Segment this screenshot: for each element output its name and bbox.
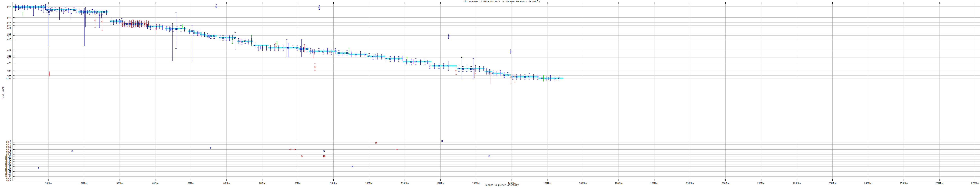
chart-canvas: 10Mbp20Mbp30Mbp40Mbp50Mbp60Mbp70Mbp80Mbp… [0, 0, 980, 188]
svg-text:p12: p12 [7, 24, 11, 27]
chromosome-tick-labels: chr1chr2chr3chr4chr5chr6chr7chr8chr9chr1… [5, 140, 11, 181]
svg-text:q14: q14 [7, 49, 11, 52]
svg-text:chrY: chrY [6, 179, 11, 181]
svg-text:q12: q12 [7, 34, 11, 37]
x-axis-title: Genome Sequence Assembly [0, 184, 980, 186]
svg-text:p13: p13 [7, 21, 11, 24]
svg-text:qter: qter [6, 77, 11, 80]
series-LANL [22, 12, 408, 63]
assembly-line [13, 7, 563, 78]
svg-text:q24: q24 [7, 70, 11, 72]
grid-lines [13, 2, 980, 181]
svg-text:q23: q23 [7, 62, 11, 65]
band-tick-labels: p15p14p13p12p11q11q12q13q14q21q22q23q24q… [6, 5, 11, 80]
series-SC [122, 20, 377, 157]
chart-page: Chromosome 11 FISH Markers vs Genome Seq… [0, 0, 980, 188]
svg-text:p11: p11 [7, 27, 11, 29]
svg-text:q25: q25 [7, 74, 11, 77]
plot-border [13, 2, 980, 181]
svg-text:p14: p14 [7, 16, 11, 19]
series-FHCRC [15, 5, 560, 169]
series-CSMC [49, 14, 515, 150]
svg-text:q13: q13 [7, 38, 11, 41]
svg-text:p15: p15 [7, 5, 11, 8]
svg-text:q22: q22 [7, 56, 11, 59]
